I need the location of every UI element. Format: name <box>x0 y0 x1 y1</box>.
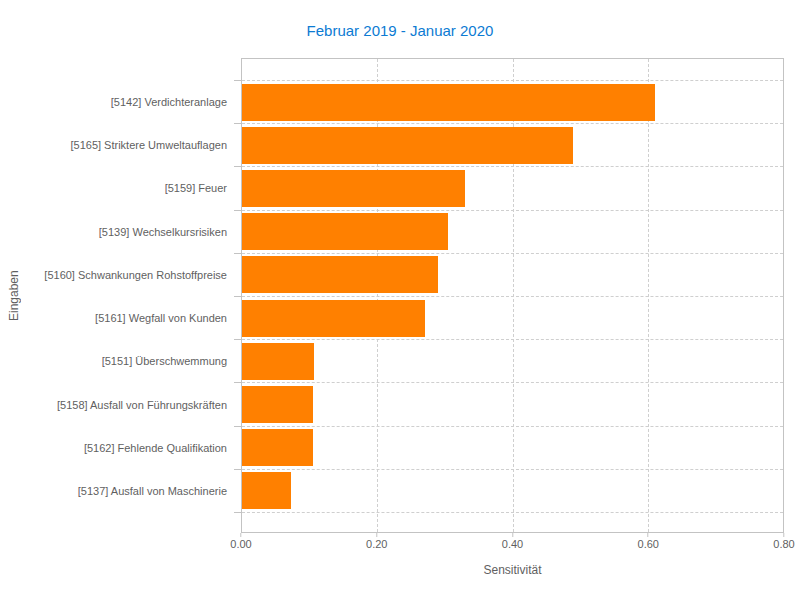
x-tick: 0.60 <box>638 533 659 550</box>
x-tick: 0.80 <box>773 533 794 550</box>
bar-rows <box>242 80 783 513</box>
bar[interactable] <box>242 343 314 380</box>
category-label: [5158] Ausfall von Führungskräften <box>0 383 234 426</box>
bar-row <box>242 80 783 123</box>
x-tick-label: 0.40 <box>502 538 523 550</box>
category-label: [5159] Feuer <box>0 167 234 210</box>
sensitivity-bar-chart: Februar 2019 - Januar 2020 Eingaben [514… <box>0 0 800 600</box>
x-tick: 0.40 <box>502 533 523 550</box>
bar-row <box>242 426 783 469</box>
bar[interactable] <box>242 213 448 250</box>
chart-title: Februar 2019 - Januar 2020 <box>0 22 800 39</box>
category-axis-labels: [5142] Verdichteranlage[5165] Striktere … <box>0 80 234 513</box>
x-tick-mark <box>512 533 513 537</box>
x-tick-label: 0.00 <box>230 538 251 550</box>
x-tick-mark <box>240 533 241 537</box>
bar-row <box>242 253 783 296</box>
bar-row <box>242 123 783 166</box>
x-tick-mark <box>783 533 784 537</box>
category-label: [5151] Überschwemmung <box>0 340 234 383</box>
x-tick-label: 0.60 <box>638 538 659 550</box>
x-tick-label: 0.20 <box>366 538 387 550</box>
category-label: [5139] Wechselkursrisiken <box>0 210 234 253</box>
bar[interactable] <box>242 170 465 207</box>
bar[interactable] <box>242 300 425 337</box>
category-label: [5160] Schwankungen Rohstoffpreise <box>0 253 234 296</box>
bar-row <box>242 210 783 253</box>
category-label: [5142] Verdichteranlage <box>0 80 234 123</box>
category-label: [5137] Ausfall von Maschinerie <box>0 470 234 513</box>
plot-area <box>241 58 784 533</box>
bar-row <box>242 382 783 425</box>
bar[interactable] <box>242 127 573 164</box>
category-label: [5161] Wegfall von Kunden <box>0 296 234 339</box>
bar[interactable] <box>242 84 655 121</box>
x-axis-ticks: 0.000.200.400.600.80 <box>241 533 784 557</box>
bar[interactable] <box>242 386 313 423</box>
x-tick: 0.00 <box>230 533 251 550</box>
bar[interactable] <box>242 256 438 293</box>
bar[interactable] <box>242 472 291 509</box>
x-tick-mark <box>648 533 649 537</box>
bar-row <box>242 296 783 339</box>
x-axis-title: Sensitivität <box>241 563 784 577</box>
bar-row <box>242 339 783 382</box>
category-label: [5162] Fehlende Qualifikation <box>0 426 234 469</box>
bar-row <box>242 166 783 209</box>
category-label: [5165] Striktere Umweltauflagen <box>0 123 234 166</box>
bar-row <box>242 469 783 512</box>
x-tick-mark <box>376 533 377 537</box>
bar[interactable] <box>242 429 313 466</box>
x-tick-label: 0.80 <box>773 538 794 550</box>
x-tick: 0.20 <box>366 533 387 550</box>
